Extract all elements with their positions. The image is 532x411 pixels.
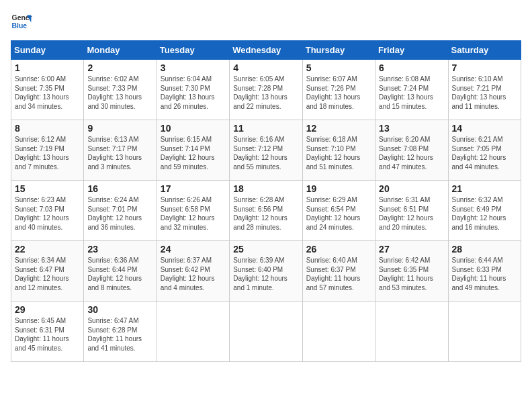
day-info: Sunrise: 6:02 AM Sunset: 7:33 PM Dayligh… (87, 75, 152, 111)
calendar-cell-day-24: 24Sunrise: 6:37 AM Sunset: 6:42 PM Dayli… (157, 241, 229, 302)
weekday-header-friday: Friday (375, 41, 448, 60)
svg-text:Blue: Blue (12, 22, 28, 30)
calendar-cell-day-27: 27Sunrise: 6:42 AM Sunset: 6:35 PM Dayli… (375, 241, 448, 302)
day-info: Sunrise: 6:34 AM Sunset: 6:47 PM Dayligh… (15, 256, 80, 292)
calendar-week-5: 29Sunrise: 6:45 AM Sunset: 6:31 PM Dayli… (11, 302, 521, 362)
day-info: Sunrise: 6:16 AM Sunset: 7:12 PM Dayligh… (233, 135, 298, 171)
calendar-cell-day-11: 11Sunrise: 6:16 AM Sunset: 7:12 PM Dayli… (230, 120, 302, 181)
day-number: 9 (87, 123, 152, 134)
calendar-cell-day-6: 6Sunrise: 6:08 AM Sunset: 7:24 PM Daylig… (375, 60, 448, 120)
calendar-cell-day-5: 5Sunrise: 6:07 AM Sunset: 7:26 PM Daylig… (302, 60, 375, 120)
day-info: Sunrise: 6:10 AM Sunset: 7:21 PM Dayligh… (452, 75, 517, 111)
weekday-header-saturday: Saturday (448, 41, 521, 60)
day-number: 26 (306, 244, 371, 255)
calendar-cell-day-12: 12Sunrise: 6:18 AM Sunset: 7:10 PM Dayli… (302, 120, 375, 181)
day-number: 14 (452, 123, 517, 134)
day-number: 10 (161, 123, 226, 134)
day-info: Sunrise: 6:40 AM Sunset: 6:37 PM Dayligh… (306, 256, 371, 292)
day-number: 2 (87, 62, 152, 73)
calendar-table: SundayMondayTuesdayWednesdayThursdayFrid… (11, 40, 521, 362)
weekday-header-monday: Monday (84, 41, 157, 60)
day-info: Sunrise: 6:44 AM Sunset: 6:33 PM Dayligh… (452, 256, 517, 292)
calendar-cell-day-22: 22Sunrise: 6:34 AM Sunset: 6:47 PM Dayli… (11, 241, 84, 302)
weekday-header-tuesday: Tuesday (157, 41, 229, 60)
calendar-week-2: 8Sunrise: 6:12 AM Sunset: 7:19 PM Daylig… (11, 120, 521, 181)
day-number: 6 (379, 62, 444, 73)
day-info: Sunrise: 6:47 AM Sunset: 6:28 PM Dayligh… (87, 316, 152, 353)
day-number: 22 (15, 244, 80, 255)
page-header: General Blue (11, 11, 521, 32)
calendar-cell-day-20: 20Sunrise: 6:31 AM Sunset: 6:51 PM Dayli… (375, 181, 448, 241)
day-number: 27 (379, 244, 444, 255)
calendar-cell-day-9: 9Sunrise: 6:13 AM Sunset: 7:17 PM Daylig… (84, 120, 157, 181)
day-info: Sunrise: 6:23 AM Sunset: 7:03 PM Dayligh… (15, 195, 80, 232)
day-info: Sunrise: 6:45 AM Sunset: 6:31 PM Dayligh… (15, 316, 80, 353)
day-number: 30 (87, 304, 152, 315)
day-number: 28 (452, 244, 517, 255)
day-number: 7 (452, 62, 517, 73)
day-info: Sunrise: 6:12 AM Sunset: 7:19 PM Dayligh… (15, 135, 80, 171)
calendar-cell-day-25: 25Sunrise: 6:39 AM Sunset: 6:40 PM Dayli… (230, 241, 302, 302)
day-number: 20 (379, 183, 444, 194)
calendar-cell-day-1: 1Sunrise: 6:00 AM Sunset: 7:35 PM Daylig… (11, 60, 84, 120)
calendar-cell-day-4: 4Sunrise: 6:05 AM Sunset: 7:28 PM Daylig… (230, 60, 302, 120)
calendar-week-4: 22Sunrise: 6:34 AM Sunset: 6:47 PM Dayli… (11, 241, 521, 302)
weekday-header-row: SundayMondayTuesdayWednesdayThursdayFrid… (11, 41, 521, 60)
day-info: Sunrise: 6:32 AM Sunset: 6:49 PM Dayligh… (452, 195, 517, 232)
calendar-cell-day-13: 13Sunrise: 6:20 AM Sunset: 7:08 PM Dayli… (375, 120, 448, 181)
weekday-header-sunday: Sunday (11, 41, 84, 60)
calendar-cell-day-8: 8Sunrise: 6:12 AM Sunset: 7:19 PM Daylig… (11, 120, 84, 181)
day-info: Sunrise: 6:39 AM Sunset: 6:40 PM Dayligh… (233, 256, 298, 292)
calendar-cell-day-30: 30Sunrise: 6:47 AM Sunset: 6:28 PM Dayli… (84, 302, 157, 362)
day-number: 11 (233, 123, 298, 134)
day-info: Sunrise: 6:15 AM Sunset: 7:14 PM Dayligh… (161, 135, 226, 171)
day-info: Sunrise: 6:05 AM Sunset: 7:28 PM Dayligh… (233, 75, 298, 111)
day-info: Sunrise: 6:26 AM Sunset: 6:58 PM Dayligh… (161, 195, 226, 232)
day-number: 16 (87, 183, 152, 194)
day-number: 17 (161, 183, 226, 194)
day-info: Sunrise: 6:00 AM Sunset: 7:35 PM Dayligh… (15, 75, 80, 111)
day-info: Sunrise: 6:07 AM Sunset: 7:26 PM Dayligh… (306, 75, 371, 111)
day-number: 24 (161, 244, 226, 255)
calendar-cell-day-15: 15Sunrise: 6:23 AM Sunset: 7:03 PM Dayli… (11, 181, 84, 241)
day-number: 13 (379, 123, 444, 134)
logo-icon: General Blue (11, 11, 32, 32)
day-info: Sunrise: 6:31 AM Sunset: 6:51 PM Dayligh… (379, 195, 444, 232)
calendar-cell-day-23: 23Sunrise: 6:36 AM Sunset: 6:44 PM Dayli… (84, 241, 157, 302)
day-number: 3 (161, 62, 226, 73)
calendar-week-3: 15Sunrise: 6:23 AM Sunset: 7:03 PM Dayli… (11, 181, 521, 241)
day-number: 1 (15, 62, 80, 73)
day-number: 8 (15, 123, 80, 134)
day-info: Sunrise: 6:13 AM Sunset: 7:17 PM Dayligh… (87, 135, 152, 171)
calendar-cell-day-29: 29Sunrise: 6:45 AM Sunset: 6:31 PM Dayli… (11, 302, 84, 362)
day-number: 12 (306, 123, 371, 134)
day-info: Sunrise: 6:24 AM Sunset: 7:01 PM Dayligh… (87, 195, 152, 232)
calendar-cell-day-18: 18Sunrise: 6:28 AM Sunset: 6:56 PM Dayli… (230, 181, 302, 241)
calendar-cell-day-17: 17Sunrise: 6:26 AM Sunset: 6:58 PM Dayli… (157, 181, 229, 241)
calendar-cell-day-26: 26Sunrise: 6:40 AM Sunset: 6:37 PM Dayli… (302, 241, 375, 302)
calendar-cell-empty (302, 302, 375, 362)
day-number: 29 (15, 304, 80, 315)
calendar-cell-day-19: 19Sunrise: 6:29 AM Sunset: 6:54 PM Dayli… (302, 181, 375, 241)
calendar-cell-day-14: 14Sunrise: 6:21 AM Sunset: 7:05 PM Dayli… (448, 120, 521, 181)
calendar-body: 1Sunrise: 6:00 AM Sunset: 7:35 PM Daylig… (11, 60, 521, 362)
day-number: 21 (452, 183, 517, 194)
day-number: 19 (306, 183, 371, 194)
day-number: 15 (15, 183, 80, 194)
weekday-header-thursday: Thursday (302, 41, 375, 60)
day-number: 25 (233, 244, 298, 255)
day-info: Sunrise: 6:20 AM Sunset: 7:08 PM Dayligh… (379, 135, 444, 171)
day-info: Sunrise: 6:08 AM Sunset: 7:24 PM Dayligh… (379, 75, 444, 111)
calendar-cell-day-16: 16Sunrise: 6:24 AM Sunset: 7:01 PM Dayli… (84, 181, 157, 241)
day-info: Sunrise: 6:04 AM Sunset: 7:30 PM Dayligh… (161, 75, 226, 111)
day-number: 18 (233, 183, 298, 194)
calendar-cell-day-7: 7Sunrise: 6:10 AM Sunset: 7:21 PM Daylig… (448, 60, 521, 120)
calendar-cell-day-3: 3Sunrise: 6:04 AM Sunset: 7:30 PM Daylig… (157, 60, 229, 120)
day-info: Sunrise: 6:21 AM Sunset: 7:05 PM Dayligh… (452, 135, 517, 171)
calendar-cell-empty (230, 302, 302, 362)
calendar-week-1: 1Sunrise: 6:00 AM Sunset: 7:35 PM Daylig… (11, 60, 521, 120)
day-info: Sunrise: 6:36 AM Sunset: 6:44 PM Dayligh… (87, 256, 152, 292)
calendar-cell-day-28: 28Sunrise: 6:44 AM Sunset: 6:33 PM Dayli… (448, 241, 521, 302)
calendar-cell-day-21: 21Sunrise: 6:32 AM Sunset: 6:49 PM Dayli… (448, 181, 521, 241)
day-info: Sunrise: 6:28 AM Sunset: 6:56 PM Dayligh… (233, 195, 298, 232)
